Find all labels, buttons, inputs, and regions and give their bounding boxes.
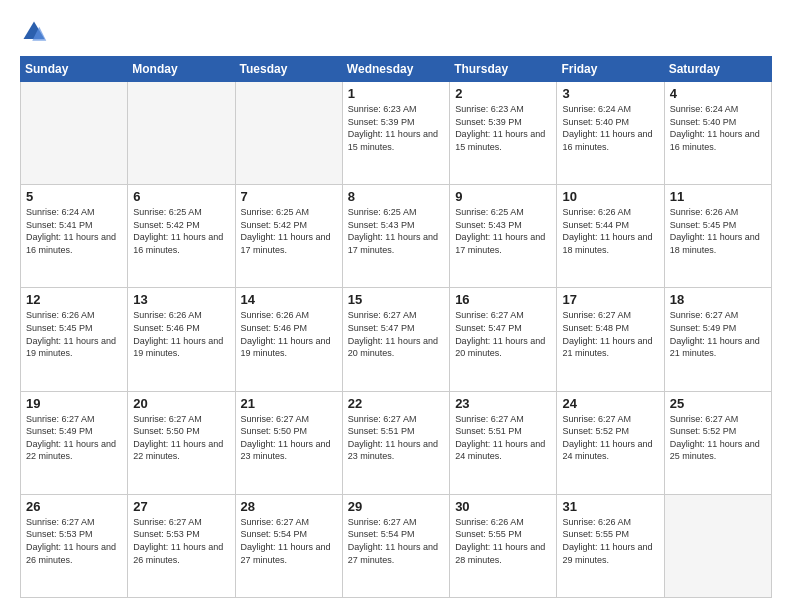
- cell-details: Sunrise: 6:26 AM Sunset: 5:46 PM Dayligh…: [133, 310, 223, 358]
- cell-details: Sunrise: 6:27 AM Sunset: 5:54 PM Dayligh…: [241, 517, 331, 565]
- day-number: 11: [670, 189, 766, 204]
- cell-details: Sunrise: 6:25 AM Sunset: 5:43 PM Dayligh…: [348, 207, 438, 255]
- weekday-header-monday: Monday: [128, 57, 235, 82]
- calendar-cell: [235, 82, 342, 185]
- calendar-table: SundayMondayTuesdayWednesdayThursdayFrid…: [20, 56, 772, 598]
- calendar-cell: 22Sunrise: 6:27 AM Sunset: 5:51 PM Dayli…: [342, 391, 449, 494]
- day-number: 25: [670, 396, 766, 411]
- calendar-cell: 27Sunrise: 6:27 AM Sunset: 5:53 PM Dayli…: [128, 494, 235, 597]
- cell-details: Sunrise: 6:26 AM Sunset: 5:46 PM Dayligh…: [241, 310, 331, 358]
- cell-details: Sunrise: 6:26 AM Sunset: 5:45 PM Dayligh…: [670, 207, 760, 255]
- cell-details: Sunrise: 6:26 AM Sunset: 5:55 PM Dayligh…: [455, 517, 545, 565]
- calendar-cell: 26Sunrise: 6:27 AM Sunset: 5:53 PM Dayli…: [21, 494, 128, 597]
- day-number: 17: [562, 292, 658, 307]
- calendar-cell: 17Sunrise: 6:27 AM Sunset: 5:48 PM Dayli…: [557, 288, 664, 391]
- calendar-cell: 2Sunrise: 6:23 AM Sunset: 5:39 PM Daylig…: [450, 82, 557, 185]
- day-number: 1: [348, 86, 444, 101]
- weekday-header-row: SundayMondayTuesdayWednesdayThursdayFrid…: [21, 57, 772, 82]
- day-number: 10: [562, 189, 658, 204]
- calendar-cell: 6Sunrise: 6:25 AM Sunset: 5:42 PM Daylig…: [128, 185, 235, 288]
- logo: [20, 18, 52, 46]
- calendar-cell: 5Sunrise: 6:24 AM Sunset: 5:41 PM Daylig…: [21, 185, 128, 288]
- calendar-cell: 11Sunrise: 6:26 AM Sunset: 5:45 PM Dayli…: [664, 185, 771, 288]
- cell-details: Sunrise: 6:27 AM Sunset: 5:47 PM Dayligh…: [455, 310, 545, 358]
- day-number: 26: [26, 499, 122, 514]
- cell-details: Sunrise: 6:23 AM Sunset: 5:39 PM Dayligh…: [348, 104, 438, 152]
- calendar-week-4: 19Sunrise: 6:27 AM Sunset: 5:49 PM Dayli…: [21, 391, 772, 494]
- day-number: 8: [348, 189, 444, 204]
- calendar-cell: 24Sunrise: 6:27 AM Sunset: 5:52 PM Dayli…: [557, 391, 664, 494]
- weekday-header-sunday: Sunday: [21, 57, 128, 82]
- calendar-cell: 1Sunrise: 6:23 AM Sunset: 5:39 PM Daylig…: [342, 82, 449, 185]
- calendar-cell: [128, 82, 235, 185]
- cell-details: Sunrise: 6:27 AM Sunset: 5:53 PM Dayligh…: [26, 517, 116, 565]
- cell-details: Sunrise: 6:24 AM Sunset: 5:40 PM Dayligh…: [670, 104, 760, 152]
- day-number: 29: [348, 499, 444, 514]
- day-number: 23: [455, 396, 551, 411]
- cell-details: Sunrise: 6:27 AM Sunset: 5:49 PM Dayligh…: [26, 414, 116, 462]
- cell-details: Sunrise: 6:26 AM Sunset: 5:55 PM Dayligh…: [562, 517, 652, 565]
- day-number: 13: [133, 292, 229, 307]
- calendar-cell: 12Sunrise: 6:26 AM Sunset: 5:45 PM Dayli…: [21, 288, 128, 391]
- cell-details: Sunrise: 6:24 AM Sunset: 5:41 PM Dayligh…: [26, 207, 116, 255]
- day-number: 12: [26, 292, 122, 307]
- day-number: 31: [562, 499, 658, 514]
- cell-details: Sunrise: 6:24 AM Sunset: 5:40 PM Dayligh…: [562, 104, 652, 152]
- calendar-week-2: 5Sunrise: 6:24 AM Sunset: 5:41 PM Daylig…: [21, 185, 772, 288]
- day-number: 21: [241, 396, 337, 411]
- day-number: 14: [241, 292, 337, 307]
- header: [20, 18, 772, 46]
- day-number: 6: [133, 189, 229, 204]
- weekday-header-saturday: Saturday: [664, 57, 771, 82]
- calendar-cell: 16Sunrise: 6:27 AM Sunset: 5:47 PM Dayli…: [450, 288, 557, 391]
- weekday-header-thursday: Thursday: [450, 57, 557, 82]
- calendar-cell: 25Sunrise: 6:27 AM Sunset: 5:52 PM Dayli…: [664, 391, 771, 494]
- cell-details: Sunrise: 6:27 AM Sunset: 5:47 PM Dayligh…: [348, 310, 438, 358]
- cell-details: Sunrise: 6:27 AM Sunset: 5:50 PM Dayligh…: [241, 414, 331, 462]
- calendar-week-3: 12Sunrise: 6:26 AM Sunset: 5:45 PM Dayli…: [21, 288, 772, 391]
- cell-details: Sunrise: 6:25 AM Sunset: 5:43 PM Dayligh…: [455, 207, 545, 255]
- day-number: 15: [348, 292, 444, 307]
- calendar-week-1: 1Sunrise: 6:23 AM Sunset: 5:39 PM Daylig…: [21, 82, 772, 185]
- cell-details: Sunrise: 6:27 AM Sunset: 5:54 PM Dayligh…: [348, 517, 438, 565]
- day-number: 28: [241, 499, 337, 514]
- day-number: 22: [348, 396, 444, 411]
- day-number: 5: [26, 189, 122, 204]
- cell-details: Sunrise: 6:25 AM Sunset: 5:42 PM Dayligh…: [241, 207, 331, 255]
- calendar-cell: 10Sunrise: 6:26 AM Sunset: 5:44 PM Dayli…: [557, 185, 664, 288]
- cell-details: Sunrise: 6:27 AM Sunset: 5:53 PM Dayligh…: [133, 517, 223, 565]
- calendar-cell: 8Sunrise: 6:25 AM Sunset: 5:43 PM Daylig…: [342, 185, 449, 288]
- day-number: 30: [455, 499, 551, 514]
- day-number: 20: [133, 396, 229, 411]
- calendar-cell: 21Sunrise: 6:27 AM Sunset: 5:50 PM Dayli…: [235, 391, 342, 494]
- day-number: 3: [562, 86, 658, 101]
- weekday-header-wednesday: Wednesday: [342, 57, 449, 82]
- cell-details: Sunrise: 6:27 AM Sunset: 5:49 PM Dayligh…: [670, 310, 760, 358]
- day-number: 4: [670, 86, 766, 101]
- calendar-cell: 29Sunrise: 6:27 AM Sunset: 5:54 PM Dayli…: [342, 494, 449, 597]
- calendar-cell: 14Sunrise: 6:26 AM Sunset: 5:46 PM Dayli…: [235, 288, 342, 391]
- calendar-cell: 23Sunrise: 6:27 AM Sunset: 5:51 PM Dayli…: [450, 391, 557, 494]
- calendar-cell: 19Sunrise: 6:27 AM Sunset: 5:49 PM Dayli…: [21, 391, 128, 494]
- cell-details: Sunrise: 6:23 AM Sunset: 5:39 PM Dayligh…: [455, 104, 545, 152]
- calendar-cell: 18Sunrise: 6:27 AM Sunset: 5:49 PM Dayli…: [664, 288, 771, 391]
- cell-details: Sunrise: 6:25 AM Sunset: 5:42 PM Dayligh…: [133, 207, 223, 255]
- calendar-cell: 3Sunrise: 6:24 AM Sunset: 5:40 PM Daylig…: [557, 82, 664, 185]
- weekday-header-friday: Friday: [557, 57, 664, 82]
- calendar-week-5: 26Sunrise: 6:27 AM Sunset: 5:53 PM Dayli…: [21, 494, 772, 597]
- calendar-cell: 7Sunrise: 6:25 AM Sunset: 5:42 PM Daylig…: [235, 185, 342, 288]
- calendar-cell: 28Sunrise: 6:27 AM Sunset: 5:54 PM Dayli…: [235, 494, 342, 597]
- day-number: 7: [241, 189, 337, 204]
- day-number: 18: [670, 292, 766, 307]
- cell-details: Sunrise: 6:27 AM Sunset: 5:51 PM Dayligh…: [455, 414, 545, 462]
- cell-details: Sunrise: 6:26 AM Sunset: 5:44 PM Dayligh…: [562, 207, 652, 255]
- cell-details: Sunrise: 6:27 AM Sunset: 5:52 PM Dayligh…: [670, 414, 760, 462]
- day-number: 27: [133, 499, 229, 514]
- calendar-cell: 20Sunrise: 6:27 AM Sunset: 5:50 PM Dayli…: [128, 391, 235, 494]
- calendar-cell: 9Sunrise: 6:25 AM Sunset: 5:43 PM Daylig…: [450, 185, 557, 288]
- day-number: 19: [26, 396, 122, 411]
- page: SundayMondayTuesdayWednesdayThursdayFrid…: [0, 0, 792, 612]
- calendar-cell: 4Sunrise: 6:24 AM Sunset: 5:40 PM Daylig…: [664, 82, 771, 185]
- cell-details: Sunrise: 6:27 AM Sunset: 5:51 PM Dayligh…: [348, 414, 438, 462]
- cell-details: Sunrise: 6:26 AM Sunset: 5:45 PM Dayligh…: [26, 310, 116, 358]
